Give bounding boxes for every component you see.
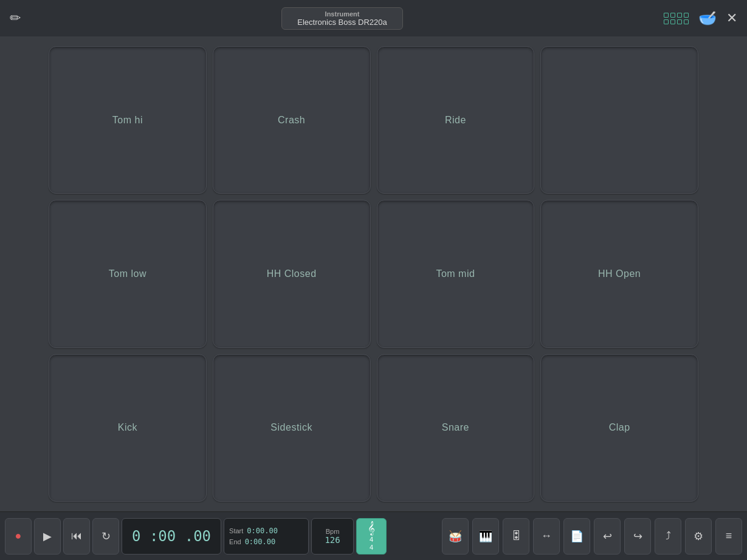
grid-cell-2	[670, 13, 675, 18]
instrument-info: Instrument Electronics Boss DR220a	[281, 7, 403, 30]
settings-icon: ⚙	[694, 530, 703, 543]
pad-crash[interactable]: Crash	[213, 46, 371, 194]
pad-hh-closed[interactable]: HH Closed	[213, 200, 371, 347]
start-end-section: Start 0:00.00 End 0:00.00	[224, 518, 309, 555]
bpm-section[interactable]: Bpm 126	[311, 518, 354, 555]
end-label: End	[229, 538, 241, 545]
metronome-icon: 𝄞	[368, 521, 375, 535]
transport-bar: ● ▶ ⏮ ↻ 0 :00 .00 Start 0:00.00 End 0:00…	[0, 511, 747, 560]
nudge-button[interactable]: ↔	[533, 518, 560, 555]
bpm-label: Bpm	[326, 528, 340, 535]
record-button[interactable]: ●	[5, 518, 32, 555]
grid-cell-6	[670, 19, 675, 24]
mixer-icon-button[interactable]: 🎛	[503, 518, 529, 555]
loop-icon: ↻	[102, 530, 111, 543]
drum-icon: 🥁	[449, 530, 462, 543]
start-value: 0:00.00	[247, 527, 278, 535]
end-row: End 0:00.00	[229, 536, 303, 547]
pad-ride[interactable]: Ride	[377, 46, 535, 194]
drum-icon-button[interactable]: 🥁	[442, 518, 469, 555]
time-display: 0 :00 .00	[122, 518, 221, 555]
time-sig-bottom: 4	[370, 544, 373, 551]
grid-cell-1	[664, 13, 669, 18]
pencil-icon[interactable]: ✏	[10, 10, 21, 26]
instrument-label: Instrument	[325, 10, 360, 18]
loop-button[interactable]: ↻	[92, 518, 119, 555]
undo-button[interactable]: ↩	[594, 518, 621, 555]
piano-icon: 🎹	[479, 530, 492, 543]
redo-icon: ↪	[633, 530, 642, 543]
grid-cell-5	[664, 19, 669, 24]
grid-cell-4	[684, 13, 689, 18]
play-button[interactable]: ▶	[34, 518, 61, 555]
metronome-button[interactable]: 𝄞 4 4	[356, 518, 387, 555]
settings-button[interactable]: ⚙	[685, 518, 712, 555]
header: ✏ Instrument Electronics Boss DR220a 🥣 ✕	[0, 0, 747, 36]
grid-cell-8	[684, 19, 689, 24]
play-icon: ▶	[43, 530, 52, 543]
skip-back-icon: ⏮	[71, 530, 82, 542]
pad-clap[interactable]: Clap	[540, 354, 698, 502]
menu-button[interactable]: ≡	[715, 518, 742, 555]
right-transport: 🥁 🎹 🎛 ↔ 📄 ↩ ↪ ⤴ ⚙ ≡	[442, 518, 742, 555]
mixer-icon: 🎛	[511, 530, 522, 542]
pad-sidestick[interactable]: Sidestick	[213, 354, 371, 502]
pad-kick[interactable]: Kick	[49, 354, 207, 502]
bpm-value: 126	[325, 535, 340, 545]
header-left: ✏	[10, 10, 21, 26]
file-icon: 📄	[570, 530, 583, 543]
start-label: Start	[229, 527, 243, 534]
share-icon: ⤴	[666, 530, 671, 542]
grid-icon[interactable]	[664, 13, 689, 24]
pad-tom-mid[interactable]: Tom mid	[377, 200, 535, 347]
start-row: Start 0:00.00	[229, 525, 303, 536]
pad-snare[interactable]: Snare	[377, 354, 535, 502]
share-button[interactable]: ⤴	[655, 518, 681, 555]
header-right: 🥣 ✕	[664, 10, 737, 27]
menu-icon: ≡	[726, 530, 732, 542]
pad-empty-1[interactable]	[540, 46, 698, 194]
instrument-name: Electronics Boss DR220a	[297, 18, 387, 27]
pad-hh-open[interactable]: HH Open	[540, 200, 698, 347]
undo-icon: ↩	[603, 530, 612, 543]
redo-button[interactable]: ↪	[624, 518, 651, 555]
file-button[interactable]: 📄	[563, 518, 590, 555]
piano-icon-button[interactable]: 🎹	[472, 518, 499, 555]
grid-cell-3	[677, 13, 682, 18]
time-sig-top: 4	[370, 536, 373, 543]
close-icon[interactable]: ✕	[726, 10, 737, 26]
record-icon: ●	[15, 530, 22, 542]
pad-tom-hi[interactable]: Tom hi	[49, 46, 207, 194]
skip-back-button[interactable]: ⏮	[63, 518, 90, 555]
pad-tom-low[interactable]: Tom low	[49, 200, 207, 347]
nudge-icon: ↔	[541, 530, 552, 542]
end-value: 0:00.00	[245, 538, 276, 546]
grid-cell-7	[677, 19, 682, 24]
bowl-icon[interactable]: 🥣	[698, 10, 717, 27]
pads-container: Tom hiCrashRideTom lowHH ClosedTom midHH…	[0, 36, 747, 511]
